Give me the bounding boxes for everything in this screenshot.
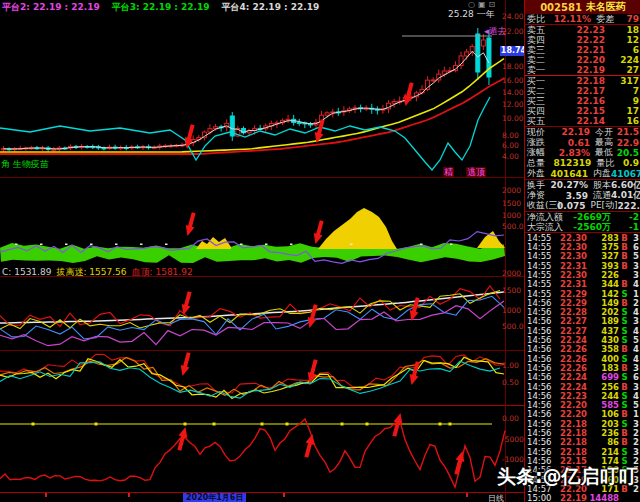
- money-flow: 净流入额 -2669万 -2 大宗流入 -2560万 -1: [525, 212, 640, 232]
- tick-row: 14:55 22.30 327 B 5: [525, 252, 640, 261]
- stat-row: 收益(三) 0.075 PE[动] 222.: [525, 201, 640, 211]
- box-icon[interactable]: ▣: [478, 0, 489, 9]
- quote-panel[interactable]: 002581 未名医药 委比 12.11% 委差 79 卖五 22.23 18 …: [524, 0, 640, 502]
- tick-row: 14:56 22.24 256 B 3: [525, 382, 640, 391]
- bid-row[interactable]: 买五 22.14 16: [525, 116, 640, 126]
- tick-row: 14:56 22.27 437 S 4: [525, 326, 640, 335]
- tick-row: 14:56 22.29 149 B 2: [525, 298, 640, 307]
- weibi-value: 12.11%: [554, 14, 592, 24]
- platform-quote: 平台3: 22.19 : 22.19: [112, 2, 210, 12]
- fundamental-stats: 换手 20.27% 股本 6.60亿 净资 3.59 流通 4.01亿 收益(三…: [525, 180, 640, 211]
- tick-row: 14:56 22.23 244 S 4: [525, 391, 640, 400]
- tick-row: 14:56 22.18 214 S 3: [525, 447, 640, 456]
- tick-row: 14:56 22.18 236 B 2: [525, 428, 640, 437]
- platform-quote: 平台2: 22.19 : 22.19: [2, 2, 100, 12]
- indicator-mid-value: 拔离迷: 1557.56: [56, 267, 126, 277]
- signal-tag: 逃顶: [466, 167, 486, 177]
- tick-row: 14:55 22.30 226 3: [525, 270, 640, 279]
- ask-row[interactable]: 卖一 22.19 27: [525, 65, 640, 75]
- signal-tag: 精: [443, 167, 454, 177]
- ask-levels: 卖五 22.23 18 卖四 22.22 12 卖三 22.21 6: [525, 25, 640, 75]
- grid-icon[interactable]: ⊡: [489, 0, 499, 9]
- date-axis[interactable]: 2020年1月6日: [0, 493, 525, 502]
- tick-row: 14:56 22.20 585 S 5: [525, 400, 640, 409]
- stock-code: 002581: [540, 2, 582, 13]
- tick-row: 14:56 22.27 189 S 3: [525, 317, 640, 326]
- main-chart-svg[interactable]: [0, 0, 525, 502]
- tick-row: 14:56 22.28 202 S 4: [525, 308, 640, 317]
- platform-quote: 平台4: 22.19 : 22.19: [221, 2, 319, 12]
- indicator-top-value: 血顶: 1581.92: [132, 267, 193, 277]
- circle-icon[interactable]: ○: [468, 0, 478, 9]
- date-tick: [283, 493, 285, 497]
- tick-row: 14:55 22.31 393 B 3: [525, 261, 640, 270]
- trading-terminal: 平台2: 22.19 : 22.19 平台3: 22.19 : 22.19 平台…: [0, 0, 640, 502]
- tick-row: 14:56 22.24 430 S 5: [525, 335, 640, 344]
- date-tick: [466, 493, 468, 497]
- tick-row: 14:56 22.18 203 S 3: [525, 419, 640, 428]
- tick-row: 14:56 22.20 106 B 1: [525, 410, 640, 419]
- weicha-value: 79: [614, 14, 639, 24]
- tick-row: 14:56 22.26 358 B 4: [525, 345, 640, 354]
- tick-row: 14:55 22.30 375 B 6: [525, 242, 640, 251]
- chart-window-icons: ○▣⊡: [468, 0, 498, 9]
- tick-row: 14:55 22.30 283 B 3: [525, 233, 640, 242]
- indicator-c-value: C: 1531.89: [2, 267, 51, 277]
- high-price-annotation: 25.28 一年: [448, 8, 495, 21]
- price-stats: 现价 22.19 今开 21.5 涨跌 0.61 最高 22.9 涨幅 2.83…: [525, 127, 640, 179]
- date-tick: [45, 493, 47, 497]
- tick-row: 14:56 22.26 183 B 3: [525, 363, 640, 372]
- tick-row: 15:00 22.19 14488: [525, 493, 640, 502]
- axis-price-highlight: 18.74: [500, 46, 527, 56]
- watermark: 头条:@亿启叮叮: [497, 464, 638, 490]
- indicator-readout: C: 1531.89拔离迷: 1557.56血顶: 1581.92: [2, 266, 198, 279]
- selected-date-label: 2020年1月6日: [183, 493, 246, 502]
- date-tick: [128, 493, 130, 497]
- weibi-row: 委比 12.11% 委差 79: [525, 14, 640, 24]
- bid-levels: 买一 22.18 317 买二 22.17 7 买三 22.16 9: [525, 76, 640, 126]
- tick-row: 14:56 22.18 86 B 2: [525, 438, 640, 447]
- stat-row: 外盘 401641 内盘 41067: [525, 169, 640, 179]
- tick-row: 14:55 22.29 142 S 1: [525, 289, 640, 298]
- tick-row: 14:55 22.31 344 B 4: [525, 280, 640, 289]
- sector-label: 角 生物疫苗: [1, 158, 49, 171]
- tick-row: 14:56 22.24 699 S 6: [525, 373, 640, 382]
- flow-row: 大宗流入 -2560万 -1: [525, 222, 640, 232]
- tick-trade-list[interactable]: 14:55 22.30 283 B 3 14:55 22.30 375 B 6 …: [525, 233, 640, 502]
- tick-row: 14:56 22.26 400 S 4: [525, 354, 640, 363]
- chart-header: 平台2: 22.19 : 22.19 平台3: 22.19 : 22.19 平台…: [2, 1, 328, 14]
